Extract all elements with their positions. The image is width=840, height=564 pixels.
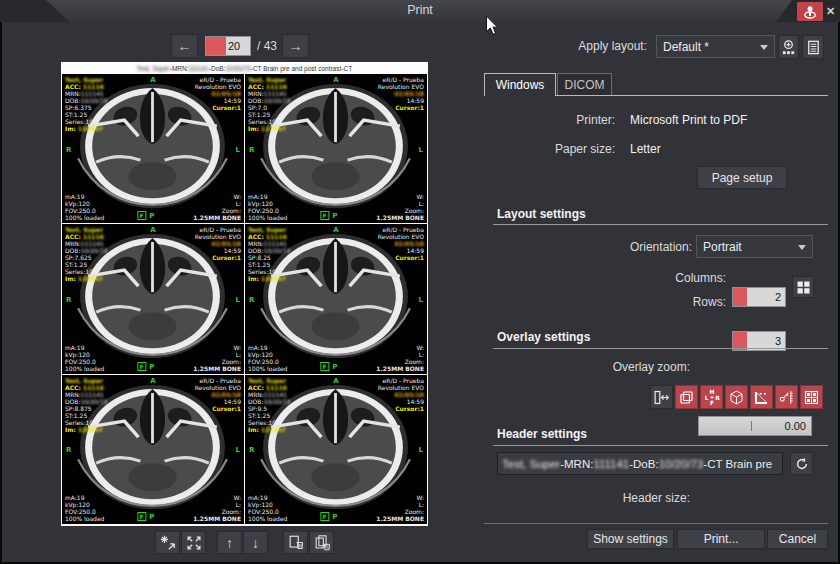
overlay-exit-button[interactable]	[650, 385, 673, 409]
manage-layouts-button[interactable]	[802, 35, 824, 59]
overlay-stack-button[interactable]	[675, 385, 698, 409]
delete-page-icon	[287, 534, 305, 552]
cube-icon	[728, 389, 745, 406]
cell-overlay-top-left: Test, Super ACC: 11116 MRN:111141 DOB:10…	[65, 76, 107, 132]
refresh-icon	[794, 456, 810, 472]
grid-2x2-icon	[796, 280, 811, 295]
grid-layout-button[interactable]	[792, 276, 814, 298]
tab-windows[interactable]: Windows	[484, 73, 556, 96]
columns-spinner[interactable]: 2	[732, 287, 786, 307]
cell-overlay-bottom-left: mA:19 kVp:120 FOV:250.0 100% loaded	[248, 344, 287, 372]
chevron-down-icon	[798, 245, 806, 254]
move-page-down-button[interactable]: ↓	[243, 531, 268, 554]
actual-size-icon	[159, 534, 177, 552]
cancel-button[interactable]: Cancel	[767, 529, 828, 549]
rows-value: 3	[775, 335, 781, 347]
cell-overlay-bottom-right: W: L: Zoom: 1.25MM BONE	[193, 344, 241, 372]
header-size-label: Header size:	[500, 491, 690, 505]
cell-overlay-bottom-right: W: L: Zoom: 1.25MM BONE	[376, 193, 424, 221]
window-title: Print	[0, 3, 840, 17]
cell-overlay-bottom-left: mA:19 kVp:120 FOV:250.0 100% loaded	[65, 494, 104, 522]
footer-divider	[484, 523, 828, 524]
preview-cell[interactable]: Test, Super ACC: 11116 MRN:111141 DOB:10…	[245, 224, 427, 373]
prev-page-button[interactable]: ←	[171, 34, 198, 58]
preview-cell[interactable]: Test, Super ACC: 11116 MRN:111141 DOB:10…	[62, 375, 244, 524]
cell-overlay-top-right: eR/D - Prueba Revolution EVO 02/05/18 14…	[195, 377, 241, 412]
cell-overlay-bottom-left: mA:19 kVp:120 FOV:250.0 100% loaded	[248, 193, 287, 221]
show-settings-button[interactable]: Show settings	[587, 529, 674, 549]
fit-icon	[185, 534, 203, 552]
save-layout-button[interactable]	[778, 35, 799, 59]
move-up-icon: ↑	[226, 535, 233, 551]
overlay-cube-button[interactable]	[725, 385, 748, 409]
close-button[interactable]: ✕	[822, 1, 839, 21]
chevron-down-icon	[760, 45, 768, 54]
header-reset-button[interactable]	[790, 452, 813, 475]
save-layout-icon	[780, 39, 797, 56]
cell-overlay-top-right: eR/D - Prueba Revolution EVO 02/05/18 14…	[378, 76, 424, 111]
overlay-grid-button[interactable]	[800, 385, 823, 409]
next-page-button[interactable]: →	[282, 34, 309, 58]
cell-overlay-bottom-right: W: L: Zoom: 1.25MM BONE	[376, 494, 424, 522]
page-total: / 43	[257, 39, 277, 53]
orientation-marker-posterior: F P	[137, 211, 154, 220]
ruler-icon	[753, 389, 770, 406]
tab-dicom[interactable]: DICOM	[557, 73, 612, 96]
flip-marker: F	[137, 211, 146, 220]
grid-cells-icon	[803, 389, 820, 406]
preview-cell[interactable]: Test, Super ACC: 11116 MRN:111141 DOB:10…	[245, 74, 427, 223]
orientation-marker-posterior: F P	[320, 211, 337, 220]
cell-overlay-bottom-right: W: L: Zoom: 1.25MM BONE	[193, 193, 241, 221]
svg-text:L: L	[704, 395, 708, 401]
page-spinner-fill	[206, 37, 226, 55]
apply-layout-label: Apply layout:	[500, 39, 647, 53]
preview-cell[interactable]: Test, Super ACC: 11116 MRN:111141 DOB:10…	[62, 224, 244, 373]
overlay-zoom-label: Overlay zoom:	[500, 360, 690, 374]
cell-overlay-top-left: Test, Super ACC: 11116 MRN:111141 DOB:10…	[248, 76, 290, 132]
preview-grid: Test, Super ACC: 11116 MRN:111141 DOB:10…	[62, 74, 427, 524]
orientation-dropdown[interactable]: Portrait	[696, 235, 813, 258]
printer-value: Microsoft Print to PDF	[630, 113, 747, 127]
overlay-measure-button[interactable]	[775, 385, 798, 409]
svg-text:F: F	[710, 400, 714, 406]
orientation-marker-left: L	[419, 296, 423, 304]
overlay-orientation-button[interactable]: HLRF	[700, 385, 723, 409]
layout-settings-title: Layout settings	[497, 207, 586, 221]
header-text-field[interactable]: Test, Super-MRN:111141-DoB:10/20/73-CT B…	[497, 452, 783, 475]
delete-all-pages-button[interactable]	[309, 531, 334, 554]
delete-page-button[interactable]	[283, 531, 308, 554]
orientation-marker-posterior: F P	[137, 362, 154, 371]
fit-to-window-button[interactable]	[181, 531, 206, 554]
preview-cell[interactable]: Test, Super ACC: 11116 MRN:111141 DOB:10…	[245, 375, 427, 524]
orientation-marker-posterior: F P	[137, 512, 154, 521]
header-settings-title: Header settings	[497, 427, 587, 441]
move-down-icon: ↓	[252, 535, 259, 551]
flip-marker: F	[320, 211, 329, 220]
flip-marker: F	[137, 362, 146, 371]
cell-overlay-top-left: Test, Super ACC: 11116 MRN:111141 DOB:10…	[65, 226, 107, 282]
preview-cell[interactable]: Test, Super ACC: 11116 MRN:111141 DOB:10…	[62, 74, 244, 223]
columns-value: 2	[775, 291, 781, 303]
move-page-up-button[interactable]: ↑	[217, 531, 242, 554]
paper-size-value: Letter	[630, 142, 661, 156]
manage-layouts-icon	[805, 39, 822, 56]
orientation-marker-anterior: A	[150, 377, 155, 385]
close-icon: ✕	[826, 5, 835, 18]
cell-overlay-top-left: Test, Super ACC: 11116 MRN:111141 DOB:10…	[248, 226, 290, 282]
actual-size-button[interactable]	[155, 531, 180, 554]
exit-overlay-icon	[653, 389, 670, 406]
page-setup-button[interactable]: Page setup	[697, 166, 787, 189]
page-number-spinner[interactable]: 20	[205, 36, 251, 56]
orientation-marker-anterior: A	[333, 226, 338, 234]
flip-marker: F	[137, 512, 146, 521]
print-button[interactable]: Print...	[677, 529, 765, 549]
apply-layout-dropdown[interactable]: Default *	[656, 35, 775, 58]
cell-overlay-bottom-left: mA:19 kVp:120 FOV:250.0 100% loaded	[65, 193, 104, 221]
user-pin-button[interactable]	[797, 2, 823, 21]
overlay-zoom-slider[interactable]: 0.00	[698, 416, 812, 436]
overlay-ruler-button[interactable]	[750, 385, 773, 409]
rows-label: Rows:	[560, 295, 726, 309]
orientation-letters-icon: HLRF	[703, 388, 721, 406]
mouse-cursor	[485, 15, 499, 36]
orientation-marker-anterior: A	[150, 226, 155, 234]
